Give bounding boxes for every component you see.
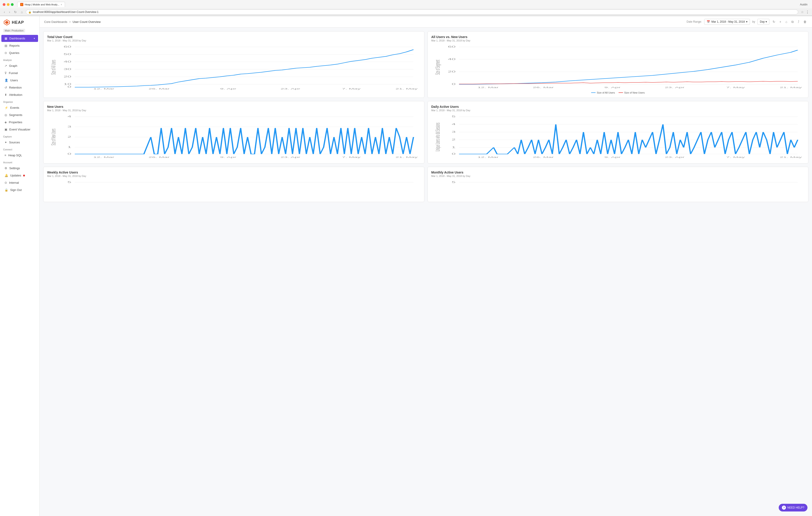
sidebar-item-attribution[interactable]: ⬆ Attribution [1,91,38,98]
active-tab[interactable]: 🔶 Heap | Mobile and Web Analy... × [17,2,65,7]
sidebar-item-settings[interactable]: ⚙ Settings [1,165,38,172]
back-button[interactable]: ‹ [3,10,6,14]
connect-section-label: Connect [0,146,39,152]
svg-text:40: 40 [64,60,71,63]
need-help-button[interactable]: ? NEED HELP? [779,504,808,512]
breadcrumb: Core Dashboards > User Count Overview [44,20,100,24]
copy-button[interactable]: ⧉ [790,19,794,25]
queries-label: Queries [9,51,20,55]
svg-text:26. Mar: 26. Mar [149,88,170,90]
svg-text:12. Mar: 12. Mar [93,88,114,90]
sidebar-item-segments[interactable]: ◎ Segments [1,112,38,118]
add-button[interactable]: + [779,19,782,25]
browser-toolbar: ‹ › ↻ ⌂ 🔒 localhost:8000/app/dashboard/U… [0,8,812,16]
menu-icon[interactable]: ⋮ [806,10,809,14]
svg-text:26. Mar: 26. Mar [533,86,554,89]
forward-button[interactable]: › [8,10,11,14]
minimize-traffic-light[interactable] [7,3,9,6]
day-selector-button[interactable]: Day ▾ [757,19,770,25]
settings-icon: ⚙ [4,166,7,170]
tab-bar: 🔶 Heap | Mobile and Web Analy... × [17,2,798,7]
sidebar-item-graph[interactable]: ↗ Graph [1,62,38,69]
svg-text:7. May: 7. May [726,156,745,158]
sidebar-item-reports[interactable]: ▤ Reports [1,42,38,49]
share-button[interactable]: ⤴ [797,19,800,25]
traffic-lights [3,3,13,6]
sidebar-item-updates[interactable]: 🔔 Updates [1,172,38,179]
sidebar-item-heap-sql[interactable]: ≡ Heap SQL [1,152,38,159]
sidebar-item-funnel[interactable]: ⊽ Funnel [1,69,38,77]
sidebar-item-sources[interactable]: ✦ Sources [1,139,38,146]
svg-text:21. May: 21. May [396,88,418,90]
svg-text:9. Apr: 9. Apr [220,156,236,158]
lock-icon: 🔒 [28,11,31,13]
svg-text:7. May: 7. May [726,86,745,89]
svg-text:9. Apr: 9. Apr [604,86,620,89]
svg-text:50: 50 [64,53,71,56]
sidebar-item-queries[interactable]: ⊙ Queries [1,50,38,56]
capture-section-label: Capture [0,133,39,139]
bookmark-icon[interactable]: ☆ [801,10,804,14]
sources-label: Sources [9,141,20,144]
svg-text:23. Apr: 23. Apr [665,156,685,158]
sidebar-item-dashboards[interactable]: ▦ Dashboards ▾ [1,35,38,42]
sidebar-item-events[interactable]: ⚡ Events [1,104,38,111]
svg-text:21. May: 21. May [780,86,802,89]
sidebar-item-internal[interactable]: ⊙ Internal [1,179,38,186]
legend-all-users-label: Size of All Users [597,91,615,94]
reload-button[interactable]: ↻ [13,10,18,14]
all-vs-new-title: All Users vs. New Users [431,35,805,39]
app: HEAP Main: Production ▦ Dashboards ▾ ▤ R… [0,16,812,516]
svg-text:20: 20 [64,75,71,78]
svg-text:21. May: 21. May [780,156,802,158]
account-section-label: Account [0,159,39,164]
browser-chrome: 🔶 Heap | Mobile and Web Analy... × Austi… [0,0,812,16]
sidebar-item-retention[interactable]: ↺ Retention [1,84,38,91]
tab-favicon: 🔶 [20,3,23,6]
sidebar-env: Main: Production [0,28,39,35]
day-chevron: ▾ [765,20,767,23]
retention-label: Retention [9,86,22,89]
heap-sql-label: Heap SQL [8,154,22,157]
legend-new-users: Size of New Users [618,91,644,94]
close-traffic-light[interactable] [3,3,5,6]
svg-text:5: 5 [67,181,71,183]
logo-text: HEAP [12,20,24,25]
sidebar-item-properties[interactable]: ◈ Properties [1,119,38,126]
svg-text:4: 4 [452,123,455,125]
sidebar-item-event-visualizer[interactable]: ▣ Event Visualizer [1,126,38,133]
segments-label: Segments [9,113,23,117]
svg-text:60: 60 [448,45,455,48]
legend-red-dot [618,92,623,93]
legend-all-users: Size of All Users [591,91,615,94]
date-range-chevron: ▾ [746,20,748,23]
sidebar-item-sign-out[interactable]: 🔒 Sign Out [1,186,38,193]
weekly-active-subtitle: Mar 1, 2018 - May 31, 2018 by Day [47,175,420,177]
breadcrumb-current: User Count Overview [72,20,100,24]
new-users-svg: 4 3 2 1 0 12. Mar 26. Mar 9. Apr 23. Apr… [47,114,420,160]
sign-out-icon: 🔒 [4,188,8,192]
tab-close-btn[interactable]: × [61,3,62,6]
monthly-active-svg: 5 [431,180,805,198]
svg-text:21. May: 21. May [396,156,418,158]
home-button[interactable]: ⌂ [20,10,24,14]
new-users-subtitle: Mar 1, 2018 - May 31, 2018 by Day [47,109,420,112]
all-vs-new-subtitle: Mar 1, 2018 - May 31, 2018 by Day [431,39,805,42]
svg-text:7. May: 7. May [342,88,361,90]
svg-text:12. Mar: 12. Mar [477,156,498,158]
sidebar-item-users[interactable]: 👤 Users [1,77,38,84]
refresh-button[interactable]: ↻ [772,19,776,25]
svg-text:9. Apr: 9. Apr [220,88,236,90]
breadcrumb-parent[interactable]: Core Dashboards [44,20,67,24]
maximize-traffic-light[interactable] [11,3,13,6]
properties-label: Properties [9,121,22,124]
address-bar[interactable]: 🔒 localhost:8000/app/dashboard/User-Coun… [26,9,798,14]
tab-title: Heap | Mobile and Web Analy... [25,3,59,6]
retention-icon: ↺ [4,86,7,89]
sign-out-label: Sign Out [10,188,22,192]
reports-label: Reports [9,44,20,47]
date-range-button[interactable]: 📅 Mar 1, 2018 - May 31, 2018 ▾ [704,19,750,25]
home-dashboard-button[interactable]: ⌂ [785,19,788,25]
delete-button[interactable]: 🗑 [803,19,808,25]
svg-text:Size of New Users: Size of New Users [50,129,57,145]
